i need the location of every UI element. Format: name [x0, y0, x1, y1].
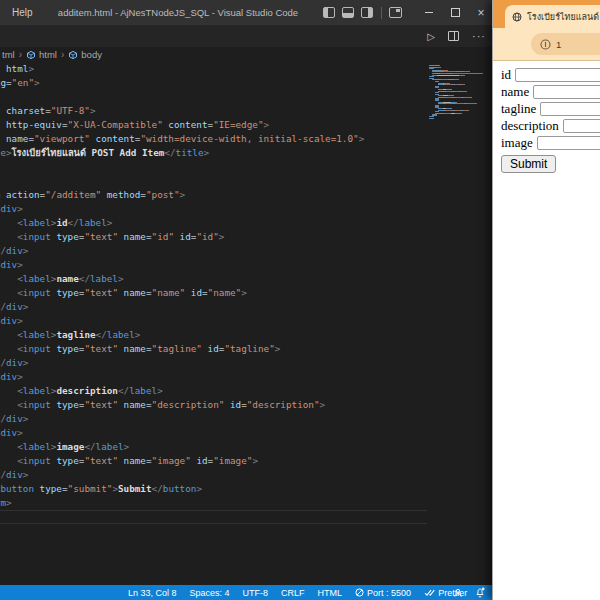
code-line: </body> — [0, 510, 364, 524]
browser-toolbar: 1 — [493, 28, 600, 60]
run-icon[interactable]: ▷ — [427, 31, 435, 42]
code-line: <head> — [0, 90, 364, 104]
code-line: <label>name</label> — [0, 272, 364, 286]
browser-window: โรงเบียร์ไทยแลนด์ POST Add Item 1 idname… — [492, 0, 600, 600]
image-input[interactable] — [537, 136, 600, 150]
vscode-window: Help additem.html - AjNesTNodeJS_SQL - V… — [0, 0, 494, 600]
minimize-button[interactable] — [416, 0, 442, 25]
code-line: <!DOCTYPE html> — [0, 62, 364, 76]
editor-actions: ▷ ··· — [427, 25, 486, 47]
code-line: <label>id</label> — [0, 216, 364, 230]
notifications-bell-icon[interactable] — [475, 587, 485, 598]
code-line: </div> — [0, 244, 364, 258]
name-input[interactable] — [533, 85, 600, 99]
code-line: <form action="/additem" method="post"> — [0, 188, 364, 202]
toggle-panel-icon[interactable] — [342, 7, 354, 18]
code-line: <title>โรงเบียร์ไทยแลนด์ POST Add Item</… — [0, 146, 364, 160]
code-line: <input type="text" name="description" id… — [0, 398, 364, 412]
code-line: <div> — [0, 202, 364, 216]
description-label: description — [501, 118, 559, 134]
port-icon — [355, 588, 364, 597]
code-line: <meta http-equiv="X-UA-Compatible" conte… — [0, 118, 364, 132]
code-content: <!DOCTYPE html><html lang="en"><head> <m… — [0, 62, 364, 538]
code-line: </div> — [0, 300, 364, 314]
id-input[interactable] — [515, 68, 600, 82]
vscode-titlebar: Help additem.html - AjNesTNodeJS_SQL - V… — [0, 0, 494, 25]
tab-title: โรงเบียร์ไทยแลนด์ POST Add Item — [527, 10, 600, 24]
code-line: <label>description</label> — [0, 384, 364, 398]
breadcrumb-html[interactable]: html — [39, 49, 57, 60]
code-line: <div> — [0, 370, 364, 384]
code-line: <input type="text" name="id" id="id"> — [0, 230, 364, 244]
maximize-button[interactable] — [442, 0, 468, 25]
more-actions-icon[interactable]: ··· — [472, 30, 486, 42]
toggle-secondary-sidebar-icon[interactable] — [361, 7, 373, 18]
chevron-right-icon: › — [19, 49, 22, 60]
chevron-right-icon: › — [61, 49, 64, 60]
code-line: <div> — [0, 258, 364, 272]
code-editor[interactable]: <!DOCTYPE html><html lang="en"><head> <m… — [0, 62, 494, 585]
body-symbol-icon — [68, 50, 78, 60]
form-row: image — [501, 135, 592, 151]
url-text: 1 — [556, 39, 561, 50]
minimap[interactable] — [429, 65, 489, 185]
editor-tabstrip: ▷ ··· — [0, 25, 494, 47]
customize-layout-icon[interactable] — [389, 7, 402, 18]
split-editor-icon[interactable] — [448, 31, 459, 41]
browser-page: idnametaglinedescriptionimage Submit — [493, 61, 600, 179]
menu-help[interactable]: Help — [6, 0, 39, 25]
description-input[interactable] — [563, 119, 600, 133]
site-info-icon[interactable] — [540, 39, 551, 50]
breadcrumb-file[interactable]: tml — [2, 49, 15, 60]
code-line: <div> — [0, 314, 364, 328]
id-label: id — [501, 67, 511, 83]
browser-tab-bar: โรงเบียร์ไทยแลนด์ POST Add Item — [493, 0, 600, 28]
code-line: <html lang="en"> — [0, 76, 364, 90]
code-line: <body> — [0, 174, 364, 188]
prettier-check-icon — [424, 589, 435, 597]
code-line: <meta charset="UTF-8"> — [0, 104, 364, 118]
item-form: idnametaglinedescriptionimage — [501, 67, 592, 151]
name-label: name — [501, 84, 529, 100]
image-label: image — [501, 135, 533, 151]
statusbar-item-utf-8[interactable]: UTF-8 — [243, 588, 269, 598]
code-line: <input type="text" name="tagline" id="ta… — [0, 342, 364, 356]
statusbar-item-port-5500[interactable]: Port : 5500 — [355, 588, 411, 598]
statusbar-item-html[interactable]: HTML — [318, 588, 343, 598]
form-row: id — [501, 67, 592, 83]
code-line: </head> — [0, 160, 364, 174]
browser-tab[interactable]: โรงเบียร์ไทยแลนด์ POST Add Item — [505, 5, 600, 28]
code-line: <input type="text" name="image" id="imag… — [0, 454, 364, 468]
code-line: <label>image</label> — [0, 440, 364, 454]
code-line: <label>tagline</label> — [0, 328, 364, 342]
code-line: <meta name="viewport" content="width=dev… — [0, 132, 364, 146]
code-line: <div> — [0, 426, 364, 440]
breadcrumb: tml › html › body — [0, 47, 494, 62]
breadcrumb-body[interactable]: body — [81, 49, 102, 60]
close-button[interactable]: × — [468, 0, 494, 25]
tagline-input[interactable] — [540, 102, 600, 116]
form-row: name — [501, 84, 592, 100]
feedback-icon[interactable] — [453, 588, 463, 598]
screen: Help additem.html - AjNesTNodeJS_SQL - V… — [0, 0, 600, 600]
code-line: </div> — [0, 468, 364, 482]
code-line: </html> — [0, 524, 364, 538]
code-line: <button type="submit">Submit</button> — [0, 482, 364, 496]
titlebar-separator — [381, 7, 382, 19]
html-symbol-icon — [26, 50, 36, 60]
code-line: </form> — [0, 496, 364, 510]
status-bar: Ln 33, Col 8Spaces: 4UTF-8CRLFHTMLPort :… — [0, 585, 494, 600]
statusbar-item-spaces-4[interactable]: Spaces: 4 — [190, 588, 230, 598]
window-title: additem.html - AjNesTNodeJS_SQL - Visual… — [58, 0, 298, 25]
tagline-label: tagline — [501, 101, 536, 117]
statusbar-item-ln-33-col-8[interactable]: Ln 33, Col 8 — [128, 588, 177, 598]
toggle-sidebar-icon[interactable] — [323, 7, 335, 18]
code-line: </div> — [0, 356, 364, 370]
globe-icon — [512, 12, 522, 22]
address-bar[interactable]: 1 — [531, 33, 600, 55]
form-row: tagline — [501, 101, 592, 117]
submit-button[interactable]: Submit — [501, 155, 556, 173]
statusbar-right — [453, 585, 485, 600]
code-line: <input type="text" name="name" id="name"… — [0, 286, 364, 300]
statusbar-item-crlf[interactable]: CRLF — [281, 588, 305, 598]
